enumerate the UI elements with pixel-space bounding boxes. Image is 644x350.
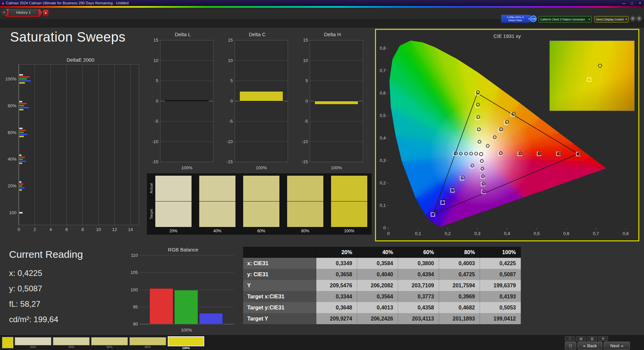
delta-bar: [165, 100, 209, 101]
actual-swatch: [287, 176, 323, 201]
table-cell: 0,3800: [398, 258, 439, 269]
footer-tool-button-3[interactable]: ⚙: [598, 336, 608, 341]
page-title: Saturation Sweeps: [10, 30, 125, 45]
svg-text:0: 0: [383, 225, 386, 230]
cie-x-axis: 00,10,20,30,40,50,60,70,8: [387, 228, 629, 236]
footer-tool-button-1[interactable]: ▤: [576, 336, 586, 341]
table-header: 80%: [439, 247, 480, 258]
reading-line: fL: 58,27: [9, 296, 58, 312]
deltae-bar: [19, 132, 24, 133]
gear-icon[interactable]: ⚙: [630, 16, 636, 21]
svg-text:105: 105: [130, 270, 138, 275]
table-cell: 0,4682: [439, 302, 480, 313]
table-row-label: x: CIE31: [243, 258, 316, 269]
table-header: 20%: [316, 247, 357, 258]
back-button[interactable]: « Back: [578, 342, 602, 350]
svg-text:0,4: 0,4: [380, 135, 386, 140]
table-cell: 0,4394: [398, 269, 439, 280]
svg-text:20%: 20%: [8, 183, 16, 188]
table-cell: 0,3658: [316, 269, 357, 280]
deltae-bar: [19, 189, 22, 191]
delta-c-chart-title: Delta C: [222, 32, 292, 37]
gear-icon[interactable]: ⚙: [636, 16, 642, 21]
svg-text:8: 8: [82, 227, 84, 232]
back-arrow-icon: «: [583, 343, 585, 348]
panel-expand-button[interactable]: ▸: [1, 9, 7, 15]
svg-text:6: 6: [65, 227, 68, 232]
svg-text:0,7: 0,7: [593, 231, 599, 236]
rgb-balance-title: RGB Balance: [130, 247, 236, 252]
swatch-column-label: 20%: [155, 227, 192, 235]
patch-label: 80%: [129, 345, 166, 349]
display-control-dropdown[interactable]: Direct Display Control ▾: [594, 16, 629, 22]
svg-text:-15: -15: [152, 159, 158, 164]
saturation-patch-100%[interactable]: 100%: [168, 336, 204, 350]
footer-tool-button-2[interactable]: ▥: [587, 336, 597, 341]
swatch-column-20%: 20%: [155, 176, 192, 235]
svg-text:5: 5: [306, 78, 308, 83]
svg-text:15: 15: [303, 38, 308, 43]
reading-line: cd/m²: 199,64: [9, 312, 58, 327]
header: ◉ calman ▾ ▸ History 1 + X-Rite i1Pro 3D…: [0, 8, 644, 27]
target-swatch: [331, 201, 367, 227]
deltae-bar: [19, 187, 25, 189]
inset-measured-circle: [598, 64, 602, 67]
svg-text:0: 0: [156, 99, 158, 104]
saturation-patch-40%[interactable]: 40%: [53, 337, 90, 349]
deltae-bar: [19, 76, 30, 78]
results-table: 20%40%60%80%100%x: CIE310,33490,35840,38…: [243, 247, 521, 324]
next-arrow-icon: »: [621, 343, 623, 348]
close-button[interactable]: ×: [636, 1, 644, 5]
svg-text:0,2: 0,2: [445, 231, 451, 236]
app-icon: ◆: [2, 1, 4, 5]
next-button[interactable]: Next »: [604, 342, 630, 350]
pattern-generator-dropdown[interactable]: CalMAN Client 3 Pattern Generator ▾: [539, 16, 592, 22]
svg-text:-15: -15: [302, 159, 308, 164]
actual-swatch: [155, 176, 192, 201]
table-header: 60%: [398, 247, 439, 258]
meter-dropdown[interactable]: X-Rite i1Pro 3Direct View ▾: [501, 15, 531, 23]
deltae-bar: [19, 101, 22, 103]
delta-l-chart-title: Delta L: [148, 32, 218, 37]
svg-text:10: 10: [154, 58, 158, 63]
patch-color-block: [53, 337, 90, 345]
deltae-bar: [19, 136, 24, 137]
pattern-window-button[interactable]: □: [565, 342, 576, 350]
rgb-bar-green: [174, 290, 198, 324]
meter-status-badge[interactable]: 716: [530, 15, 537, 22]
logo-dropdown-arrow[interactable]: ▾: [43, 10, 48, 16]
svg-text:0: 0: [230, 99, 233, 104]
footer-tool-button-0[interactable]: □: [565, 336, 575, 341]
swatch-column-80%: 80%: [287, 176, 323, 235]
saturation-patch-60%[interactable]: 60%: [91, 337, 128, 349]
saturation-patch-80%[interactable]: 80%: [129, 337, 166, 349]
deltae-bar: [19, 82, 25, 84]
deltae-bar: [19, 185, 22, 187]
table-cell: 0,4225: [480, 258, 521, 269]
svg-text:14: 14: [128, 227, 133, 232]
svg-text:110: 110: [131, 253, 138, 258]
add-tab-button[interactable]: +: [40, 10, 44, 14]
svg-text:0,1: 0,1: [415, 231, 421, 236]
table-cell: 201,7594: [439, 280, 480, 291]
table-cell: 0,5087: [480, 269, 521, 280]
actual-row-label: Actual: [148, 176, 155, 201]
svg-text:0,1: 0,1: [380, 203, 386, 208]
deltae-bar: [19, 103, 27, 105]
delta-c-chart: 151050-5-10-15100%: [222, 38, 292, 172]
svg-text:-15: -15: [226, 159, 233, 164]
svg-text:10: 10: [228, 58, 233, 63]
table-header: 40%: [357, 247, 398, 258]
svg-text:100: 100: [130, 287, 138, 292]
patch-color-block: [129, 337, 166, 345]
actual-swatch: [199, 176, 235, 201]
svg-text:0,5: 0,5: [534, 231, 540, 236]
tab-history-1[interactable]: History 1: [9, 8, 38, 16]
maximize-button[interactable]: □: [628, 1, 636, 5]
patch-color-block: [168, 336, 204, 346]
saturation-patch-20%[interactable]: 20%: [15, 337, 51, 349]
swatch-column-label: 100%: [331, 227, 367, 235]
svg-text:60%: 60%: [8, 130, 16, 135]
svg-text:100%: 100%: [331, 165, 342, 170]
minimize-button[interactable]: —: [620, 1, 628, 5]
